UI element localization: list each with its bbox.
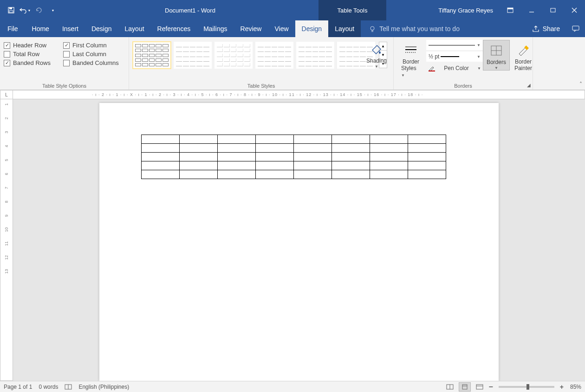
- tab-table-layout[interactable]: Layout: [328, 20, 361, 37]
- document-area: 12345678910111213: [0, 99, 585, 381]
- checkbox-icon: [4, 60, 10, 66]
- ruler-vertical[interactable]: 12345678910111213: [0, 99, 13, 381]
- tab-table-design[interactable]: Design: [295, 20, 329, 37]
- svg-rect-16: [429, 71, 435, 71]
- tab-home[interactable]: Home: [26, 20, 56, 37]
- checkbox-header-row[interactable]: Header Row: [4, 42, 57, 49]
- save-button[interactable]: [5, 4, 18, 17]
- spelling-button[interactable]: [65, 384, 72, 390]
- group-table-styles: ▲ ▼ ▾ Shading ▼ Table Styles: [129, 37, 394, 90]
- tab-selector[interactable]: L: [0, 90, 13, 99]
- tab-layout[interactable]: Layout: [118, 20, 151, 37]
- tab-mailings[interactable]: Mailings: [197, 20, 234, 37]
- tab-review[interactable]: Review: [234, 20, 268, 37]
- svg-rect-20: [524, 45, 529, 50]
- svg-rect-25: [462, 385, 467, 389]
- share-button[interactable]: Share: [526, 20, 566, 37]
- border-styles-button[interactable]: Border Styles ▼: [397, 40, 424, 78]
- chevron-down-icon: ▼: [52, 9, 55, 12]
- border-painter-icon: [516, 43, 531, 58]
- svg-point-9: [370, 26, 374, 30]
- ribbon: Header Row First Column Total Row Last C…: [0, 37, 585, 90]
- book-icon: [65, 384, 72, 390]
- tab-view[interactable]: View: [268, 20, 295, 37]
- borders-button[interactable]: Borders ▼: [483, 40, 510, 71]
- minimize-button[interactable]: [521, 0, 542, 20]
- border-painter-button[interactable]: Border Painter: [510, 40, 537, 71]
- print-layout-button[interactable]: [459, 382, 471, 392]
- tab-references[interactable]: References: [151, 20, 197, 37]
- pen-style-dropdown[interactable]: ▼: [426, 40, 483, 50]
- title-right: Tiffany Grace Reyes: [438, 0, 585, 20]
- tab-insert[interactable]: Insert: [56, 20, 85, 37]
- page-scroll[interactable]: [13, 99, 585, 381]
- word-count[interactable]: 0 words: [39, 384, 58, 390]
- table-style-thumb[interactable]: [255, 42, 293, 69]
- save-icon: [8, 7, 14, 13]
- document-table[interactable]: [141, 135, 446, 179]
- comment-icon: [572, 26, 579, 32]
- lightbulb-icon: [369, 26, 376, 32]
- pen-color-dropdown[interactable]: Pen Color ▼: [426, 63, 483, 73]
- chevron-down-icon: ▼: [477, 43, 481, 47]
- tab-design[interactable]: Design: [85, 20, 118, 37]
- checkbox-last-column[interactable]: Last Column: [63, 51, 125, 58]
- zoom-level[interactable]: 85%: [570, 384, 581, 390]
- zoom-out-button[interactable]: −: [488, 383, 493, 391]
- checkbox-banded-columns[interactable]: Banded Columns: [63, 59, 125, 66]
- dialog-launcher[interactable]: ◢: [527, 83, 531, 88]
- redo-icon: [36, 7, 42, 13]
- user-name[interactable]: Tiffany Grace Reyes: [438, 7, 493, 14]
- close-icon: [572, 7, 577, 13]
- pen-weight-dropdown[interactable]: ½ pt▼: [426, 51, 483, 62]
- read-mode-icon: [446, 384, 454, 390]
- undo-icon: [20, 7, 27, 13]
- table-style-thumb[interactable]: [214, 42, 253, 69]
- svg-rect-1: [9, 7, 12, 9]
- web-layout-button[interactable]: [474, 382, 486, 392]
- table-style-thumb[interactable]: [133, 42, 171, 69]
- zoom-slider[interactable]: [499, 386, 554, 388]
- comments-button[interactable]: [566, 20, 585, 37]
- table-style-thumb[interactable]: [174, 42, 212, 69]
- chevron-down-icon: ▼: [28, 9, 31, 12]
- paint-bucket-icon: [369, 42, 384, 57]
- qat-customize-button[interactable]: ▼: [46, 4, 59, 17]
- contextual-tab-title: Table Tools: [318, 0, 386, 20]
- table-row: [142, 170, 446, 179]
- collapse-ribbon-button[interactable]: ˄: [579, 81, 582, 88]
- svg-rect-4: [507, 8, 513, 9]
- checkbox-icon: [63, 42, 70, 49]
- svg-rect-2: [9, 11, 13, 13]
- minimize-icon: [529, 7, 534, 13]
- table-row: [142, 161, 446, 170]
- page[interactable]: [99, 103, 499, 381]
- app-name: Word: [201, 7, 215, 14]
- borders-icon: [489, 43, 504, 58]
- chevron-down-icon: ▼: [401, 73, 405, 77]
- zoom-in-button[interactable]: +: [560, 383, 564, 391]
- tell-me-search[interactable]: Tell me what you want to do: [361, 20, 526, 37]
- maximize-button[interactable]: [542, 0, 564, 20]
- table-row: [142, 153, 446, 161]
- web-layout-icon: [476, 384, 483, 390]
- table-style-thumb[interactable]: [296, 42, 334, 69]
- group-label: Table Style Options: [0, 83, 129, 89]
- zoom-thumb[interactable]: [526, 384, 529, 390]
- checkbox-first-column[interactable]: First Column: [63, 42, 125, 49]
- redo-button[interactable]: [32, 4, 46, 17]
- ribbon-display-options-button[interactable]: [500, 0, 521, 20]
- ruler-horizontal[interactable]: · ı · 2 · ı · 1 · ı · X · ı · 1 · ı · 2 …: [13, 90, 585, 99]
- checkbox-banded-rows[interactable]: Banded Rows: [4, 59, 57, 66]
- page-indicator[interactable]: Page 1 of 1: [4, 384, 32, 390]
- tab-file[interactable]: File: [0, 20, 26, 37]
- chevron-down-icon: ▼: [375, 64, 378, 69]
- undo-button[interactable]: ▼: [19, 4, 32, 17]
- group-label: Table Styles: [129, 83, 393, 89]
- close-button[interactable]: [564, 0, 585, 20]
- chevron-down-icon: ▼: [494, 66, 498, 70]
- checkbox-total-row[interactable]: Total Row: [4, 51, 57, 58]
- shading-button[interactable]: Shading ▼: [363, 39, 390, 69]
- language-indicator[interactable]: English (Philippines): [78, 384, 129, 390]
- read-mode-button[interactable]: [444, 382, 456, 392]
